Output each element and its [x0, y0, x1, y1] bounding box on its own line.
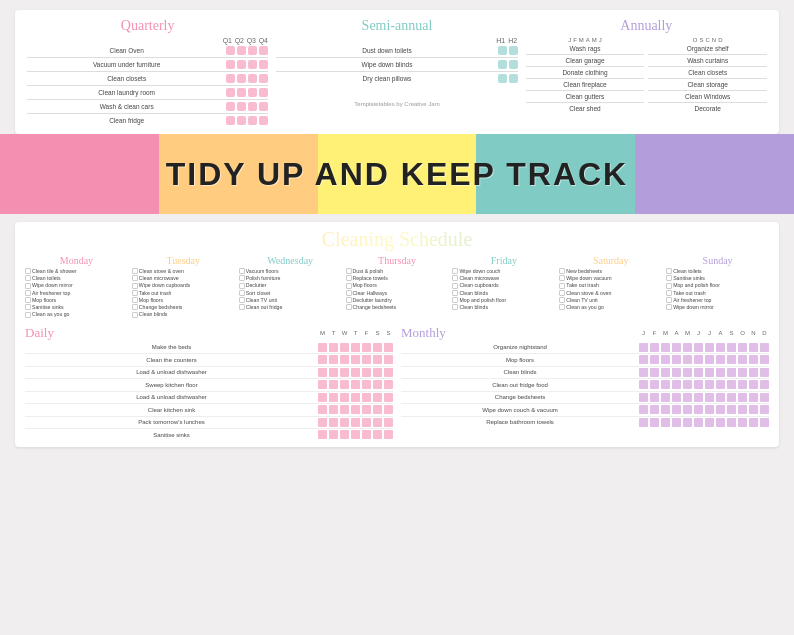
quarterly-section: Quarterly Q1 Q2 Q3 Q4 Clean Oven Vacuum …	[27, 18, 268, 126]
table-row: Clean fridge	[27, 116, 268, 125]
list-item: Sanitise sinks	[666, 275, 769, 281]
list-item: Clean stove & oven	[559, 290, 662, 296]
schedule-title: Cleaning Schedule	[25, 228, 769, 251]
bottom-sections: Daily M T W T F S S Make the beds Clean …	[25, 325, 769, 441]
banner-text: TIDY UP AND KEEP TRACK	[166, 156, 628, 193]
q3-header: Q3	[246, 37, 256, 44]
list-item: Change bedsheets	[401, 393, 769, 402]
list-item: Air freshener top	[666, 297, 769, 303]
list-item: Clean cupboards	[452, 282, 555, 288]
list-item: Load & unload dishwasher	[25, 368, 393, 377]
table-row: Clean gutters	[526, 93, 645, 100]
list-item: Clean the counters	[25, 355, 393, 364]
list-item: Clear kitchen sink	[25, 405, 393, 414]
table-row: Dust down toilets	[276, 46, 517, 55]
list-item: Clean out fridge food	[401, 380, 769, 389]
list-item: Replace bathroom towels	[401, 418, 769, 427]
quarterly-title: Quarterly	[27, 18, 268, 34]
list-item: Wipe down couch	[452, 268, 555, 274]
annually-section: Annually JFMAMJ Wash rags Clean garage D…	[526, 18, 767, 126]
list-item: Clean as you go	[559, 304, 662, 310]
list-item: Clean toilets	[25, 275, 128, 281]
list-item: Clean blinds	[452, 290, 555, 296]
list-item: Clean blinds	[452, 304, 555, 310]
table-row: Clean Oven	[27, 46, 268, 55]
list-item: Clean tile & shower	[25, 268, 128, 274]
list-item: Clean blinds	[132, 311, 235, 317]
list-item: Clean blinds	[401, 368, 769, 377]
wednesday-title: Wednesday	[239, 255, 342, 266]
q2-header: Q2	[234, 37, 244, 44]
list-item: Mop and polish floor	[452, 297, 555, 303]
table-row: Clean storage	[648, 81, 767, 88]
q1-header: Q1	[222, 37, 232, 44]
friday-title: Friday	[452, 255, 555, 266]
sunday-col: Sunday Clean toilets Sanitise sinks Mop …	[666, 255, 769, 319]
list-item: Clean TV unit	[559, 297, 662, 303]
list-item: Dust & polish	[346, 268, 449, 274]
banner: TIDY UP AND KEEP TRACK	[0, 134, 794, 214]
list-item: Wipe down mirror	[25, 282, 128, 288]
credit-text: Templatetables by Creative Jam	[276, 101, 517, 107]
friday-col: Friday Wipe down couch Clean microwave C…	[452, 255, 555, 319]
list-item: Mop floors	[346, 282, 449, 288]
saturday-col: Saturday New bedsheets Wipe down vacuum …	[559, 255, 662, 319]
list-item: Clean stove & oven	[132, 268, 235, 274]
annually-title: Annually	[526, 18, 767, 34]
monday-title: Monday	[25, 255, 128, 266]
list-item: Vacuum floors	[239, 268, 342, 274]
table-row: Organize shelf	[648, 45, 767, 52]
table-row: Clean closets	[27, 74, 268, 83]
list-item: Clean microwave	[452, 275, 555, 281]
list-item: Wipe down couch & vacuum	[401, 405, 769, 414]
list-item: Mop floors	[401, 355, 769, 364]
list-item: Declutter laundry	[346, 297, 449, 303]
table-row: Clean fireplace	[526, 81, 645, 88]
list-item: Take out trash	[559, 282, 662, 288]
list-item: Pack tomorrow's lunches	[25, 418, 393, 427]
tuesday-title: Tuesday	[132, 255, 235, 266]
table-row: Clean garage	[526, 57, 645, 64]
sunday-title: Sunday	[666, 255, 769, 266]
list-item: Wipe down cupboards	[132, 282, 235, 288]
list-item: Clean as you go	[25, 311, 128, 317]
weekly-grid: Monday Clean tile & shower Clean toilets…	[25, 255, 769, 319]
thursday-title: Thursday	[346, 255, 449, 266]
list-item: Take out trash	[666, 290, 769, 296]
daily-section: Daily M T W T F S S Make the beds Clean …	[25, 325, 393, 441]
q4-header: Q4	[258, 37, 268, 44]
list-item: Take out trash	[132, 290, 235, 296]
list-item: Clean toilets	[666, 268, 769, 274]
thursday-col: Thursday Dust & polish Replace towels Mo…	[346, 255, 449, 319]
table-row: Clear shed	[526, 105, 645, 112]
semi-annual-section: Semi-annual H1 H2 Dust down toilets Wipe…	[276, 18, 517, 126]
list-item: Clean microwave	[132, 275, 235, 281]
table-row: Dry clean pillows	[276, 74, 517, 83]
list-item: Declutter	[239, 282, 342, 288]
list-item: Sanitise sinks	[25, 430, 393, 439]
list-item: Change bedsheets	[132, 304, 235, 310]
table-row: Wipe down blinds	[276, 60, 517, 69]
list-item: Polish furniture	[239, 275, 342, 281]
list-item: Organize nightstand	[401, 343, 769, 352]
list-item: Sort closet	[239, 290, 342, 296]
semi-annual-title: Semi-annual	[276, 18, 517, 34]
list-item: Clean out fridge	[239, 304, 342, 310]
list-item: Sanitise sinks	[25, 304, 128, 310]
monthly-section: Monthly J F M A M J J A S O N D Organize	[401, 325, 769, 441]
tuesday-col: Tuesday Clean stove & oven Clean microwa…	[132, 255, 235, 319]
list-item: Clean TV unit	[239, 297, 342, 303]
table-row: Vacuum under furniture	[27, 60, 268, 69]
list-item: Wipe down vacuum	[559, 275, 662, 281]
list-item: Make the beds	[25, 343, 393, 352]
list-item: Air freshener top	[25, 290, 128, 296]
cleaning-schedule-card: Cleaning Schedule Monday Clean tile & sh…	[15, 222, 779, 447]
table-row: Wash rags	[526, 45, 645, 52]
list-item: New bedsheets	[559, 268, 662, 274]
list-item: Mop and polish floor	[666, 282, 769, 288]
quarterly-card: Quarterly Q1 Q2 Q3 Q4 Clean Oven Vacuum …	[15, 10, 779, 134]
list-item: Sweep kitchen floor	[25, 380, 393, 389]
table-row: Clean closets	[648, 69, 767, 76]
saturday-title: Saturday	[559, 255, 662, 266]
table-row: Wash curtains	[648, 57, 767, 64]
